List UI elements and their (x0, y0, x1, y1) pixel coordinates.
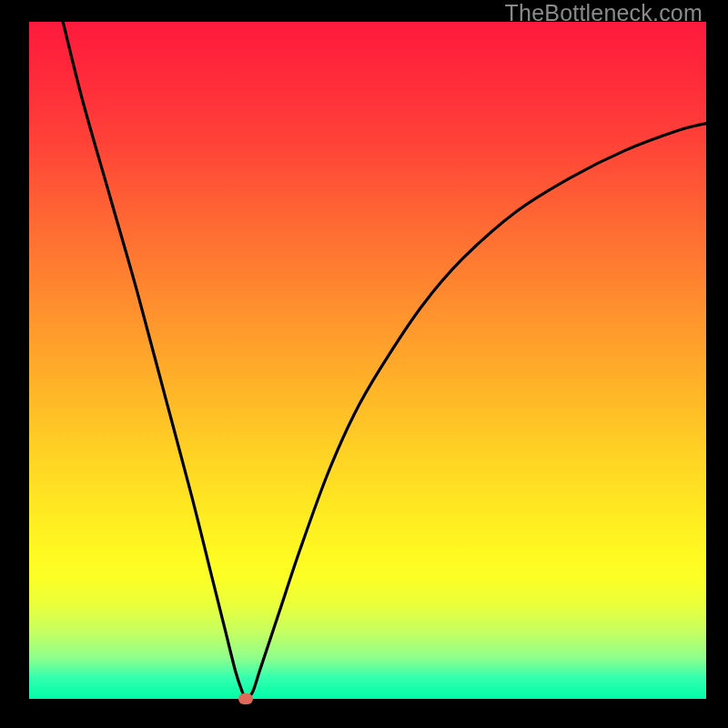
bottleneck-curve (29, 22, 706, 699)
chart-frame: TheBottleneck.com (0, 0, 728, 728)
optimal-point-marker (238, 693, 253, 704)
plot-area (29, 22, 706, 699)
